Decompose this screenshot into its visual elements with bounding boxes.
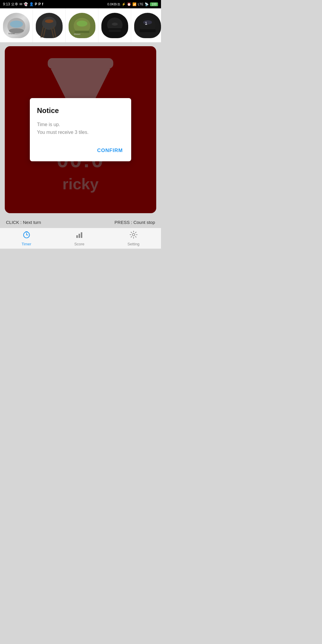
game-area-wrapper: 00:0 ricky Notice Time is up. You must r… [5, 46, 156, 213]
signal-icon: 📶 [132, 2, 137, 6]
svg-line-6 [43, 29, 45, 38]
alarm-icon: ⏰ [127, 2, 131, 6]
svg-text:Masei: Masei [8, 32, 15, 35]
helmet-item-4[interactable] [98, 8, 131, 43]
modal-overlay: Notice Time is up. You must receive 3 ti… [5, 46, 156, 213]
game-card[interactable]: 00:0 ricky Notice Time is up. You must r… [5, 46, 156, 213]
message-icon: ✉ [19, 2, 22, 6]
data-speed: 0.0KB/초 [107, 2, 120, 7]
svg-point-36 [132, 233, 135, 236]
ad-banner[interactable]: Masei [0, 8, 161, 43]
svg-point-9 [45, 19, 53, 23]
wifi-icon: 📡 [145, 2, 149, 6]
svg-line-5 [41, 27, 43, 37]
person-icon: 👤 [29, 2, 34, 6]
status-time: 9:13 오후 [3, 2, 18, 7]
modal-actions: CONFIRM [37, 145, 124, 156]
lte-icon: LTE [138, 2, 143, 6]
nav-label-setting: Setting [127, 242, 139, 246]
svg-rect-33 [76, 235, 78, 238]
svg-point-11 [77, 21, 87, 27]
left-hint: CLICK : Next turn [6, 220, 41, 225]
right-hint: PRESS : Count stop [114, 220, 155, 225]
nav-label-timer: Timer [21, 242, 31, 246]
main-area: 00:0 ricky Notice Time is up. You must r… [0, 43, 161, 217]
modal-body-line1: Time is up. [37, 122, 60, 127]
facebook-icon: f [42, 2, 43, 6]
svg-rect-34 [79, 234, 80, 238]
confirm-button[interactable]: CONFIRM [96, 145, 124, 156]
svg-point-18 [112, 23, 118, 26]
ghost-icon: 👻 [24, 2, 28, 6]
battery-icon: 100 [150, 2, 158, 6]
bluetooth-icon: ⚡ [122, 2, 126, 6]
bottom-nav: Timer Score Setting [0, 228, 161, 249]
status-bar: 9:13 오후 ✉ 👻 👤 P P f 0.0KB/초 ⚡ ⏰ 📶 LTE 📡 … [0, 0, 161, 8]
modal-dialog: Notice Time is up. You must receive 3 ti… [30, 98, 131, 161]
svg-rect-22 [140, 29, 156, 32]
svg-line-7 [54, 27, 56, 37]
svg-rect-15 [108, 28, 122, 32]
helmet-item-1[interactable]: Masei [0, 8, 33, 43]
settings-icon [129, 230, 138, 241]
nav-item-timer[interactable]: Timer [21, 230, 31, 246]
p-icon1: P [35, 2, 37, 6]
svg-rect-35 [81, 232, 82, 238]
helmet-item-5[interactable]: 1 [131, 8, 161, 43]
modal-body: Time is up. You must receive 3 tiles. [37, 121, 124, 136]
timer-icon [22, 230, 31, 241]
status-right: 0.0KB/초 ⚡ ⏰ 📶 LTE 📡 100 [107, 2, 158, 7]
helmet-item-2[interactable] [33, 8, 66, 43]
modal-body-line2: You must receive 3 tiles. [37, 130, 89, 135]
p-icon2: P [38, 2, 41, 6]
modal-title: Notice [37, 106, 124, 115]
score-icon [75, 230, 83, 241]
nav-item-score[interactable]: Score [74, 230, 84, 246]
nav-item-setting[interactable]: Setting [127, 230, 139, 246]
svg-point-1 [10, 21, 23, 28]
ad-helmets: Masei [0, 8, 161, 42]
nav-label-score: Score [74, 242, 84, 246]
helmet-item-3[interactable]: Masei [66, 8, 98, 43]
svg-line-8 [52, 29, 54, 38]
svg-point-21 [143, 20, 152, 24]
svg-text:Masei: Masei [74, 33, 80, 35]
status-left: 9:13 오후 ✉ 👻 👤 P P f [3, 2, 43, 7]
bottom-hints: CLICK : Next turn PRESS : Count stop [0, 217, 161, 228]
